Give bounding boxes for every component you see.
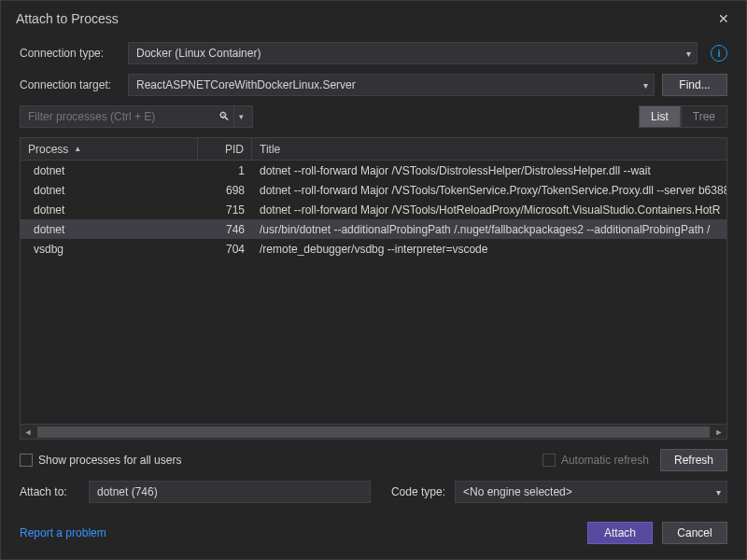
- horizontal-scrollbar[interactable]: ◄ ►: [21, 424, 726, 439]
- connection-type-row: Connection type: Docker (Linux Container…: [20, 42, 727, 64]
- cell-pid: 704: [198, 243, 252, 256]
- cell-process: dotnet: [21, 164, 198, 177]
- cell-pid: 698: [198, 184, 252, 197]
- footer: Report a problem Attach Cancel: [20, 512, 727, 544]
- filter-input[interactable]: [28, 110, 215, 123]
- column-header-pid[interactable]: PID: [198, 138, 252, 160]
- connection-type-label: Connection type:: [20, 47, 120, 60]
- code-type-label: Code type:: [380, 485, 445, 498]
- attach-to-row: Attach to: dotnet (746) Code type: <No e…: [20, 481, 727, 503]
- cell-title: dotnet --roll-forward Major /VSTools/Dis…: [252, 164, 726, 177]
- report-a-problem-link[interactable]: Report a problem: [20, 526, 106, 539]
- filter-processes-box[interactable]: 🔍︎ ▾: [20, 105, 253, 128]
- cell-pid: 1: [198, 164, 252, 177]
- filter-dropdown-caret[interactable]: ▾: [233, 106, 248, 127]
- attach-button[interactable]: Attach: [587, 522, 653, 544]
- search-icon[interactable]: 🔍︎: [215, 110, 233, 123]
- cell-process: vsdbg: [21, 243, 198, 256]
- chevron-down-icon: ▾: [686, 49, 691, 59]
- dialog-content: Connection type: Docker (Linux Container…: [1, 36, 746, 559]
- connection-type-value: Docker (Linux Container): [136, 47, 261, 60]
- table-row[interactable]: vsdbg704/remote_debugger/vsdbg --interpr…: [21, 239, 726, 259]
- show-all-users-label: Show processes for all users: [38, 454, 181, 467]
- table-row[interactable]: dotnet715dotnet --roll-forward Major /VS…: [21, 200, 726, 219]
- column-header-title-label: Title: [260, 143, 280, 156]
- column-header-process-label: Process: [28, 143, 68, 156]
- code-type-value: <No engine selected>: [463, 485, 572, 498]
- column-header-process[interactable]: Process ▲: [21, 138, 198, 160]
- cell-pid: 715: [198, 203, 252, 217]
- attach-to-field[interactable]: dotnet (746): [89, 481, 371, 503]
- find-button[interactable]: Find...: [662, 74, 727, 96]
- chevron-down-icon: ▾: [643, 80, 648, 91]
- cell-title: dotnet --roll-forward Major /VSTools/Tok…: [252, 184, 726, 197]
- automatic-refresh-label: Automatic refresh: [561, 454, 649, 467]
- info-icon[interactable]: i: [711, 45, 727, 62]
- scrollbar-thumb[interactable]: [37, 427, 710, 438]
- attach-to-value: dotnet (746): [97, 485, 158, 498]
- scroll-left-icon[interactable]: ◄: [21, 425, 35, 440]
- cell-process: dotnet: [21, 203, 198, 217]
- table-row[interactable]: dotnet746/usr/bin/dotnet --additionalPro…: [21, 219, 726, 239]
- cancel-button[interactable]: Cancel: [662, 522, 727, 544]
- code-type-select[interactable]: <No engine selected> ▾: [455, 481, 727, 503]
- cell-title: dotnet --roll-forward Major /VSTools/Hot…: [252, 203, 726, 217]
- table-row[interactable]: dotnet698dotnet --roll-forward Major /VS…: [21, 180, 726, 200]
- cell-process: dotnet: [21, 223, 198, 236]
- window-title: Attach to Process: [16, 11, 119, 26]
- view-list-button[interactable]: List: [639, 105, 681, 128]
- refresh-button[interactable]: Refresh: [660, 449, 727, 471]
- view-tree-button[interactable]: Tree: [681, 105, 727, 128]
- chevron-down-icon: ▾: [716, 487, 721, 497]
- checkbox-icon: [543, 454, 556, 467]
- automatic-refresh-checkbox[interactable]: Automatic refresh: [543, 454, 649, 467]
- connection-target-row: Connection target: ReactASPNETCoreWithDo…: [20, 74, 727, 96]
- cell-title: /remote_debugger/vsdbg --interpreter=vsc…: [252, 243, 726, 256]
- table-row[interactable]: dotnet1dotnet --roll-forward Major /VSTo…: [21, 161, 726, 180]
- close-icon: ✕: [718, 11, 729, 26]
- connection-target-select[interactable]: ReactASPNETCoreWithDockerLinux.Server ▾: [128, 74, 655, 96]
- attach-to-label: Attach to:: [20, 485, 79, 498]
- scroll-right-icon[interactable]: ►: [712, 425, 726, 440]
- process-table: Process ▲ PID Title dotnet1dotnet --roll…: [20, 137, 727, 440]
- sort-ascending-icon: ▲: [74, 145, 81, 153]
- close-button[interactable]: ✕: [711, 8, 737, 29]
- options-row: Show processes for all users Automatic r…: [20, 449, 727, 471]
- titlebar: Attach to Process ✕: [1, 1, 746, 36]
- table-header: Process ▲ PID Title: [21, 138, 726, 161]
- checkbox-icon: [20, 454, 33, 467]
- column-header-title[interactable]: Title: [252, 138, 726, 160]
- footer-actions: Attach Cancel: [587, 522, 727, 544]
- column-header-pid-label: PID: [225, 143, 244, 156]
- connection-target-value: ReactASPNETCoreWithDockerLinux.Server: [136, 78, 356, 91]
- table-body: dotnet1dotnet --roll-forward Major /VSTo…: [21, 161, 726, 424]
- connection-target-label: Connection target:: [20, 78, 120, 91]
- attach-to-process-dialog: Attach to Process ✕ Connection type: Doc…: [0, 0, 747, 560]
- show-all-users-checkbox[interactable]: Show processes for all users: [20, 454, 529, 467]
- cell-pid: 746: [198, 223, 252, 236]
- view-toggle: List Tree: [639, 105, 727, 128]
- connection-type-select[interactable]: Docker (Linux Container) ▾: [128, 42, 698, 64]
- cell-title: /usr/bin/dotnet --additionalProbingPath …: [252, 223, 726, 236]
- refresh-group: Automatic refresh Refresh: [543, 449, 727, 471]
- cell-process: dotnet: [21, 184, 198, 197]
- filter-row: 🔍︎ ▾ List Tree: [20, 105, 727, 128]
